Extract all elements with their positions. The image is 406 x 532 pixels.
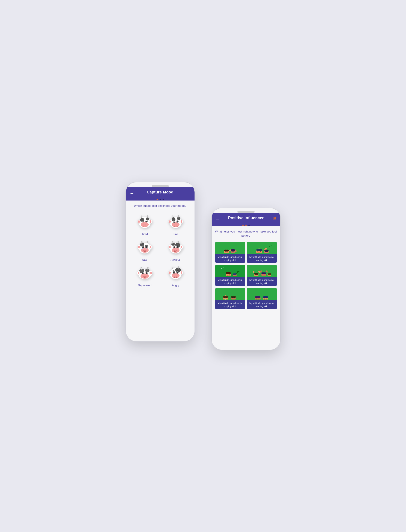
svg-point-40: [145, 250, 146, 251]
svg-point-31: [141, 247, 149, 253]
pi-card-1[interactable]: My attitude, good social coping skil: [215, 242, 245, 263]
svg-point-38: [146, 248, 147, 249]
svg-point-39: [143, 250, 145, 251]
mood-depressed-label: Depressed: [138, 284, 152, 287]
mood-fine-label: Fine: [173, 232, 178, 236]
pi-card-3-img: ♪ ♪: [215, 265, 245, 277]
phone1-header: ☰ Capture Mood: [126, 187, 195, 197]
pi-card-5[interactable]: My attitude, good social coping skil: [215, 288, 245, 309]
mood-angry-label: Angry: [172, 284, 179, 287]
svg-point-69: [143, 276, 145, 277]
pi-card-1-text: My attitude, good social coping skil: [215, 254, 245, 263]
pi-card-4-img: [247, 265, 277, 277]
dot-2-2: [245, 225, 247, 226]
phone1-question: Which image best describes your mood?: [129, 204, 191, 208]
svg-point-23: [178, 221, 178, 222]
dot-1-2: [160, 199, 161, 200]
mood-tired-emoji: [135, 212, 154, 231]
svg-point-81: [176, 272, 178, 273]
pi-card-3[interactable]: ♪ ♪: [215, 265, 245, 286]
mood-depressed-emoji: [135, 263, 154, 282]
phone1-title: Capture Mood: [147, 190, 174, 195]
dot-1-1: [157, 199, 158, 200]
mood-tired-label: Tired: [142, 232, 148, 236]
phone-notch-1: [152, 185, 169, 187]
svg-point-103: [268, 246, 270, 247]
svg-point-62: [140, 274, 149, 279]
svg-point-115: [252, 271, 254, 273]
svg-point-11: [138, 220, 140, 223]
mood-angry[interactable]: Angry: [162, 263, 189, 287]
svg-text:♪: ♪: [220, 267, 222, 270]
svg-point-15: [172, 222, 180, 227]
svg-rect-137: [263, 296, 268, 298]
svg-point-110: [229, 274, 230, 274]
svg-point-90: [225, 251, 226, 252]
svg-point-13: [150, 220, 152, 223]
pi-card-6[interactable]: My attitude, good social coping skil: [247, 288, 277, 309]
svg-point-76: [172, 273, 180, 278]
svg-point-91: [227, 251, 227, 252]
pi-card-2-img: [247, 242, 277, 254]
mood-grid: Tired: [129, 212, 191, 287]
svg-point-109: [226, 274, 227, 274]
mood-fine[interactable]: Fine: [162, 212, 189, 236]
phone1-body: Which image best describes your mood?: [126, 201, 195, 341]
pi-card-3-text: My attitude, good social coping skil: [215, 277, 245, 286]
pi-card-4-text: My attitude, good social coping skil: [247, 277, 277, 286]
svg-point-74: [150, 272, 152, 274]
pi-card-5-img: [215, 288, 245, 300]
phone2-body: What helps you most right now to make yo…: [212, 226, 280, 350]
svg-point-6: [142, 221, 144, 222]
mood-anxious-label: Anxious: [171, 258, 180, 261]
svg-point-22: [174, 221, 174, 222]
svg-point-72: [138, 272, 139, 274]
svg-rect-127: [225, 299, 226, 300]
mood-fine-emoji: [166, 212, 185, 231]
phone2-title: Positive Influencer: [228, 216, 264, 220]
menu-icon-2[interactable]: ☰: [216, 216, 219, 220]
svg-point-130: [232, 297, 233, 298]
svg-point-67: [142, 272, 144, 274]
menu-icon-1[interactable]: ☰: [130, 190, 134, 194]
pi-card-6-img: [247, 288, 277, 300]
pi-card-4[interactable]: My attitude, good social coping skil: [247, 265, 277, 286]
mood-anxious-emoji: [166, 237, 185, 257]
mood-anxious[interactable]: Anxious: [162, 237, 189, 261]
svg-point-80: [173, 272, 174, 273]
svg-rect-114: [254, 273, 258, 275]
svg-point-139: [266, 298, 267, 298]
phone1-dots: [126, 197, 195, 201]
svg-point-54: [177, 247, 178, 247]
svg-point-7: [146, 221, 147, 222]
svg-point-55: [174, 250, 175, 251]
pi-card-2-text: My attitude, good social coping skil: [247, 254, 277, 263]
svg-point-98: [257, 251, 258, 251]
svg-point-70: [145, 276, 146, 277]
mood-sad[interactable]: Sad: [131, 237, 158, 261]
svg-point-87: [181, 271, 182, 274]
pi-cards-grid: My attitude, good social coping skil: [215, 242, 277, 309]
svg-point-8: [143, 225, 145, 225]
dot-2-1: [242, 225, 244, 226]
svg-rect-89: [224, 250, 229, 252]
svg-point-131: [234, 297, 235, 298]
svg-point-60: [181, 246, 182, 248]
pi-card-2[interactable]: My attitude, good social coping skil: [247, 242, 277, 263]
svg-point-27: [169, 220, 171, 223]
mood-depressed[interactable]: Depressed: [131, 263, 158, 287]
svg-point-135: [258, 298, 259, 298]
svg-point-37: [142, 248, 143, 249]
svg-point-82: [174, 276, 175, 277]
svg-rect-122: [268, 273, 271, 275]
mood-tired[interactable]: Tired: [131, 212, 158, 236]
svg-rect-133: [255, 296, 260, 298]
svg-point-99: [260, 251, 261, 251]
svg-point-20: [174, 221, 175, 222]
mood-sad-label: Sad: [142, 258, 147, 261]
phone-positive-influencer: ☰ Positive Influencer ⊞ What helps you m…: [212, 208, 280, 350]
grid-icon[interactable]: ⊞: [273, 216, 276, 220]
pi-card-1-img: [215, 242, 245, 254]
pi-card-6-text: My attitude, good social coping skil: [247, 300, 277, 309]
svg-rect-118: [261, 272, 266, 274]
